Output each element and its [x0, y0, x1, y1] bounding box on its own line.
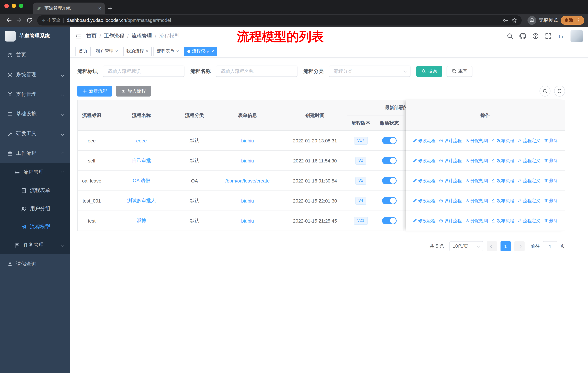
fullscreen-icon[interactable] [545, 33, 552, 39]
row-action-assign[interactable]: 分配规则 [465, 178, 488, 184]
forward-button[interactable] [14, 15, 24, 25]
browser-tab[interactable]: 芋道管理系统 × [33, 2, 105, 14]
row-action-definition[interactable]: 流程定义 [517, 138, 540, 144]
refresh-table-button[interactable] [554, 86, 565, 97]
active-toggle[interactable] [382, 157, 397, 164]
breadcrumb-item-工作流程[interactable]: 工作流程 [104, 33, 124, 39]
page-number-1[interactable]: 1 [501, 241, 511, 251]
sidebar-item-系统管理[interactable]: 系统管理 [0, 65, 70, 84]
sidebar-item-流程模型[interactable]: 流程模型 [0, 218, 70, 236]
row-action-assign[interactable]: 分配规则 [465, 158, 488, 164]
process-name-link[interactable]: 自己审批 [132, 158, 151, 163]
user-avatar[interactable] [570, 30, 583, 42]
row-action-publish[interactable]: 发布流程 [491, 178, 514, 184]
next-page-button[interactable] [514, 241, 525, 251]
tag-close-icon[interactable]: × [176, 49, 179, 53]
security-indicator[interactable]: ⚠不安全 [42, 17, 61, 23]
row-action-design[interactable]: 设计流程 [439, 138, 462, 144]
form-info-link[interactable]: biubiu [241, 218, 254, 223]
tag-租户管理[interactable]: 租户管理× [93, 46, 121, 56]
help-icon[interactable] [532, 33, 539, 39]
breadcrumb-item-流程管理[interactable]: 流程管理 [132, 33, 152, 39]
sidebar-item-工作流程[interactable]: 工作流程 [0, 143, 70, 163]
bookmark-star-icon[interactable] [511, 17, 517, 23]
tag-我的流程[interactable]: 我的流程× [123, 46, 152, 56]
process-name-link[interactable]: eeee [136, 138, 147, 143]
row-action-definition[interactable]: 流程定义 [517, 198, 540, 204]
row-action-edit[interactable]: 修改流程 [412, 218, 435, 224]
row-action-publish[interactable]: 发布流程 [491, 198, 514, 204]
password-key-icon[interactable] [503, 17, 509, 23]
row-action-assign[interactable]: 分配规则 [465, 138, 488, 144]
process-name-link[interactable]: 滔博 [137, 218, 146, 223]
category-select[interactable]: 流程分类 [329, 66, 410, 77]
prev-page-button[interactable] [487, 241, 497, 251]
row-action-design[interactable]: 设计流程 [439, 178, 462, 184]
sidebar-item-支付管理[interactable]: 支付管理 [0, 84, 70, 104]
active-toggle[interactable] [382, 177, 397, 184]
row-action-edit[interactable]: 修改流程 [412, 138, 435, 144]
row-action-edit[interactable]: 修改流程 [412, 158, 435, 164]
tag-close-icon[interactable]: × [211, 49, 214, 53]
row-action-assign[interactable]: 分配规则 [465, 218, 488, 224]
row-action-publish[interactable]: 发布流程 [491, 158, 514, 164]
toggle-search-button[interactable] [539, 86, 550, 97]
tag-close-icon[interactable]: × [146, 49, 148, 53]
search-icon[interactable] [507, 33, 513, 39]
row-action-assign[interactable]: 分配规则 [465, 198, 488, 204]
row-action-publish[interactable]: 发布流程 [491, 218, 514, 224]
tag-首页[interactable]: 首页 [75, 46, 91, 56]
process-name-input[interactable] [216, 66, 297, 77]
minimize-window-button[interactable] [12, 4, 16, 8]
form-info-link[interactable]: biubiu [241, 158, 254, 163]
new-tab-button[interactable] [105, 2, 115, 14]
active-toggle[interactable] [382, 137, 397, 144]
sidebar-item-流程表单[interactable]: 流程表单 [0, 181, 70, 200]
form-info-link[interactable]: biubiu [241, 138, 254, 143]
import-process-button[interactable]: 导入流程 [116, 86, 151, 97]
form-info-link[interactable]: biubiu [241, 198, 254, 203]
row-action-design[interactable]: 设计流程 [439, 218, 462, 224]
row-action-delete[interactable]: 删除 [544, 138, 558, 144]
row-action-definition[interactable]: 流程定义 [517, 218, 540, 224]
process-name-link[interactable]: 测试多审批人 [127, 198, 156, 203]
row-action-definition[interactable]: 流程定义 [517, 178, 540, 184]
sidebar-collapse-icon[interactable] [70, 27, 86, 45]
sidebar-item-用户分组[interactable]: 用户分组 [0, 200, 70, 218]
active-toggle[interactable] [382, 197, 397, 204]
row-action-delete[interactable]: 删除 [544, 218, 558, 224]
reset-button[interactable]: 重置 [447, 66, 472, 77]
tag-close-icon[interactable]: × [115, 49, 118, 53]
sidebar-item-流程管理[interactable]: 流程管理 [0, 163, 70, 181]
sidebar-item-研发工具[interactable]: 研发工具 [0, 124, 70, 143]
form-info-link[interactable]: /bpm/oa/leave/create [225, 178, 270, 183]
github-icon[interactable] [519, 33, 526, 39]
row-action-delete[interactable]: 删除 [544, 198, 558, 204]
sidebar-item-任务管理[interactable]: 任务管理 [0, 236, 70, 254]
search-button[interactable]: 搜索 [416, 66, 442, 77]
create-process-button[interactable]: 新建流程 [77, 86, 112, 97]
breadcrumb-item-首页[interactable]: 首页 [86, 33, 97, 39]
row-action-design[interactable]: 设计流程 [439, 158, 462, 164]
close-window-button[interactable] [4, 4, 9, 8]
sidebar-item-请假查询[interactable]: 请假查询 [0, 254, 70, 274]
goto-page-input[interactable] [543, 241, 557, 251]
process-key-input[interactable] [103, 66, 184, 77]
row-action-delete[interactable]: 删除 [544, 158, 558, 164]
app-logo[interactable]: 芋道管理系统 [0, 27, 70, 45]
row-action-design[interactable]: 设计流程 [439, 198, 462, 204]
active-toggle[interactable] [382, 217, 397, 224]
sidebar-item-基础设施[interactable]: 基础设施 [0, 104, 70, 124]
row-action-edit[interactable]: 修改流程 [412, 198, 435, 204]
address-bar[interactable]: ⚠不安全 dashboard.yudao.iocoder.cn/bpm/mana… [37, 15, 522, 25]
tag-流程模型[interactable]: 流程模型× [184, 46, 217, 56]
update-button[interactable]: 更新 [561, 16, 584, 25]
browser-menu-icon[interactable] [576, 18, 581, 23]
back-button[interactable] [4, 15, 14, 25]
zoom-window-button[interactable] [19, 4, 23, 8]
tab-close-icon[interactable]: × [98, 5, 101, 11]
font-size-icon[interactable]: TT [558, 33, 564, 39]
row-action-delete[interactable]: 删除 [544, 178, 558, 184]
reload-button[interactable] [24, 15, 34, 25]
row-action-edit[interactable]: 修改流程 [412, 178, 435, 184]
